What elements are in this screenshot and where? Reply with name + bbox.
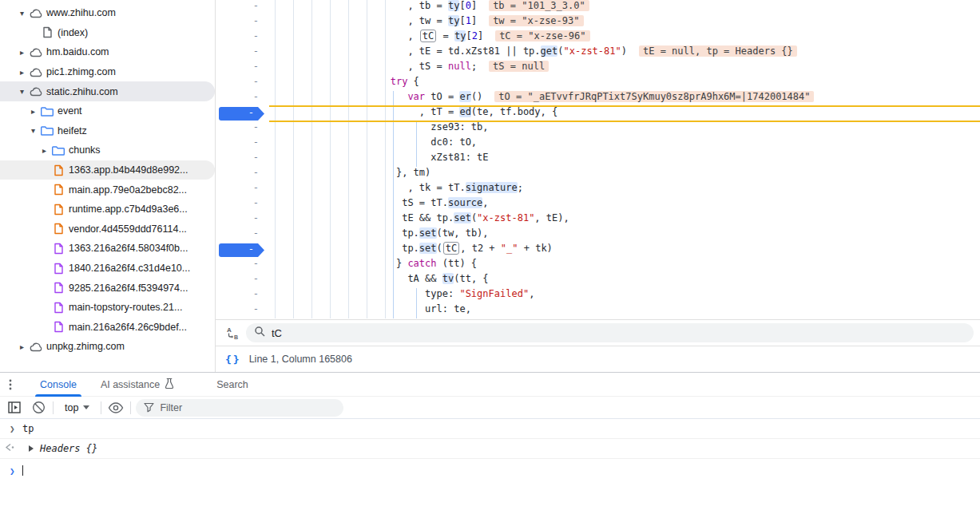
code-text[interactable]: } catch (tt) {	[269, 258, 980, 273]
doc-icon	[50, 164, 66, 176]
code-text[interactable]: , tE = td.xZst81 || tp.get("x-zst-81")tE…	[269, 45, 980, 61]
chevron-collapsed-icon[interactable]: ▸	[16, 68, 28, 77]
tree-item-1840-216a26f4-c31d4e10-[interactable]: 1840.216a26f4.c31d4e10...	[0, 259, 215, 279]
highlighted-token: set	[419, 227, 437, 239]
more-options-icon[interactable]	[0, 378, 21, 391]
line-gutter[interactable]: -	[216, 91, 269, 106]
code-text[interactable]: , tC = ty[2]tC = "x-zse-96"	[269, 30, 980, 45]
tree-item-1363-app-b4b449d8e992-[interactable]: 1363.app.b4b449d8e992...	[0, 160, 215, 180]
line-gutter[interactable]: -	[216, 167, 269, 182]
code-token: ]	[471, 15, 477, 26]
tree-item-event[interactable]: ▸event	[0, 101, 215, 121]
tree-item-static-zhihu-com[interactable]: ▾static.zhihu.com	[0, 81, 215, 101]
editor-search-input[interactable]: tC	[246, 323, 974, 342]
tree-item--index-[interactable]: (index)	[0, 23, 215, 43]
chevron-expanded-icon[interactable]: ▾	[16, 9, 28, 18]
highlighted-token: set	[419, 243, 437, 254]
code-text[interactable]: type: "SignFailed",	[269, 288, 980, 303]
expand-triangle-icon[interactable]	[29, 445, 34, 452]
tree-item-heifetz[interactable]: ▾heifetz	[0, 121, 215, 141]
chevron-collapsed-icon[interactable]: ▸	[16, 342, 28, 351]
line-gutter[interactable]: -	[216, 30, 269, 45]
line-gutter[interactable]: -	[216, 303, 269, 318]
line-gutter[interactable]: -	[216, 288, 269, 303]
tree-item-unpkg-zhimg-com[interactable]: ▸unpkg.zhimg.com	[0, 337, 215, 357]
tree-item-vendor-4d4559ddd76114-[interactable]: vendor.4d4559ddd76114...	[0, 219, 215, 239]
line-gutter[interactable]: -	[216, 258, 269, 273]
line-gutter[interactable]: -	[216, 136, 269, 152]
console-filter-input[interactable]: Filter	[136, 399, 343, 417]
code-text[interactable]: , tb = ty[0]tb = "101_3_3.0"	[269, 0, 980, 15]
tab-search[interactable]: Search	[212, 373, 253, 397]
chevron-collapsed-icon[interactable]: ▸	[27, 107, 39, 116]
code-text[interactable]: tS = tT.source,	[269, 197, 980, 212]
code-token: tA &&	[407, 273, 442, 284]
code-token: xZst81: tE	[430, 152, 488, 163]
pretty-print-icon[interactable]: {}	[225, 354, 241, 366]
tree-item-www-zhihu-com[interactable]: ▾www.zhihu.com	[0, 3, 215, 23]
tree-item-main-216a26f4-26c9bdef-[interactable]: main.216a26f4.26c9bdef...	[0, 318, 215, 338]
code-text[interactable]: var tO = er()tO = "_aETvvfrJRqPTixt7SyKm…	[269, 91, 980, 106]
line-gutter[interactable]: -	[216, 61, 269, 76]
chevron-expanded-icon[interactable]: ▾	[16, 87, 28, 96]
code-text[interactable]: , tT = ed(te, tf.body, {	[269, 106, 980, 121]
tree-item-label: 1363.216a26f4.58034f0b...	[66, 243, 188, 254]
tree-item-pic1-zhimg-com[interactable]: ▸pic1.zhimg.com	[0, 62, 215, 82]
file-tree: ▾www.zhihu.com(index)▸hm.baidu.com▸pic1.…	[0, 0, 216, 372]
line-gutter[interactable]: -	[216, 76, 269, 91]
console-prompt[interactable]: ❯	[0, 461, 980, 480]
tree-item-9285-216a26f4-f5394974-[interactable]: 9285.216a26f4.f5394974...	[0, 278, 215, 298]
code-text[interactable]: , tS = null;tS = null	[269, 61, 980, 76]
code-area[interactable]: -, tb = ty[0]tb = "101_3_3.0"-, tw = ty[…	[216, 0, 980, 319]
tree-item-main-topstory-routes-21-[interactable]: main-topstory-routes.21...	[0, 298, 215, 318]
inline-eval-value: tO = "_aETvvfrJRqPTixt7SyKmuy0sz8prA9hx6…	[494, 91, 814, 102]
chevron-expanded-icon[interactable]: ▾	[27, 126, 39, 135]
eye-icon[interactable]	[106, 398, 125, 417]
code-text[interactable]: tE && tp.set("x-zst-81", tE),	[269, 212, 980, 227]
line-gutter[interactable]: -	[216, 212, 269, 227]
tab-console[interactable]: Console	[35, 373, 81, 397]
context-selector[interactable]: top	[58, 402, 96, 413]
chevron-collapsed-icon[interactable]: ▸	[38, 146, 50, 155]
tab-ai-assistance[interactable]: AI assistance	[96, 373, 180, 397]
code-token: tS = tT.	[402, 197, 448, 208]
line-gutter[interactable]: -	[216, 273, 269, 288]
line-gutter[interactable]: -	[216, 197, 269, 212]
line-gutter[interactable]: -	[216, 0, 269, 15]
code-text[interactable]: tp.set(tC, t2 + "_" + tk)	[269, 243, 980, 258]
tree-item-chunks[interactable]: ▸chunks	[0, 140, 215, 160]
tree-item-label: heifetz	[55, 125, 87, 136]
code-text[interactable]: dc0: tO,	[269, 136, 980, 152]
line-gutter[interactable]: -	[216, 227, 269, 243]
code-text[interactable]: try {	[269, 76, 980, 91]
code-text[interactable]: zse93: tb,	[269, 121, 980, 136]
code-token: }, tm)	[396, 167, 430, 178]
line-gutter[interactable]: -	[216, 15, 269, 30]
execution-pointer-icon[interactable]: -	[219, 107, 264, 121]
line-gutter[interactable]: -	[216, 106, 269, 121]
tree-item-runtime-app-c7b4d9a3e6-[interactable]: runtime.app.c7b4d9a3e6...	[0, 200, 215, 219]
line-gutter[interactable]: -	[216, 182, 269, 197]
result-text[interactable]: Headers {}	[40, 443, 97, 454]
cloud-icon	[28, 47, 44, 57]
tree-item-hm-baidu-com[interactable]: ▸hm.baidu.com	[0, 42, 215, 62]
command-text[interactable]: tp	[22, 423, 34, 434]
code-text[interactable]: , tw = ty[1]tw = "x-zse-93"	[269, 15, 980, 30]
line-gutter[interactable]: -	[216, 243, 269, 258]
line-gutter[interactable]: -	[216, 121, 269, 136]
code-text[interactable]: tA && tv(tt, {	[269, 273, 980, 288]
tree-item-1363-216a26f4-58034f0b-[interactable]: 1363.216a26f4.58034f0b...	[0, 239, 215, 259]
clear-console-icon[interactable]	[29, 398, 48, 417]
code-text[interactable]: , tk = tT.signature;	[269, 182, 980, 197]
line-gutter[interactable]: -	[216, 152, 269, 167]
code-text[interactable]: url: te,	[269, 303, 980, 318]
tree-item-main-app-79e0a2bebc82-[interactable]: main.app.79e0a2bebc82...	[0, 180, 215, 200]
line-gutter[interactable]: -	[216, 45, 269, 61]
console-sidebar-icon[interactable]	[5, 398, 24, 417]
code-text[interactable]: xZst81: tE	[269, 152, 980, 167]
replace-toggle-icon[interactable]: A B	[224, 324, 241, 342]
chevron-collapsed-icon[interactable]: ▸	[16, 48, 28, 57]
code-text[interactable]: }, tm)	[269, 167, 980, 182]
execution-pointer-icon[interactable]: -	[219, 243, 264, 257]
code-text[interactable]: tp.set(tw, tb),	[269, 227, 980, 243]
